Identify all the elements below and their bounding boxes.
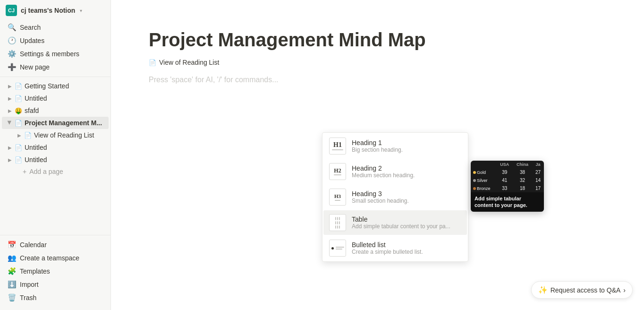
nav-label: Untitled (25, 156, 105, 164)
h3-icon: H3 (329, 189, 346, 206)
sidebar-item-new-page[interactable]: ➕ New page (2, 60, 109, 74)
breadcrumb-text: View of Reading List (159, 59, 219, 66)
bulleted-list-title: Bulleted list (352, 241, 461, 249)
heading3-title: Heading 3 (352, 190, 461, 198)
sidebar-item-project-mgmt[interactable]: ▶ 📄 Project Management M... (2, 117, 109, 129)
heading2-text: Heading 2 Medium section heading. (352, 164, 461, 179)
page-icon: 📄 (14, 94, 23, 103)
sidebar-item-getting-started[interactable]: ▶ 📄 Getting Started (2, 80, 109, 92)
sidebar-item-search[interactable]: 🔍 Search (2, 21, 109, 34)
arrow-icon: ▶ (15, 131, 24, 139)
arrow-icon: ▶ (6, 94, 14, 103)
table-text: Table Add simple tabular content to your… (352, 215, 461, 230)
sidebar-item-templates[interactable]: 🧩 Templates (2, 265, 109, 278)
sidebar-item-import[interactable]: ⬇️ Import (2, 278, 109, 291)
arrow-icon: ▶ (6, 106, 14, 115)
search-icon: 🔍 (8, 23, 16, 32)
request-access-label: Request access to Q&A (551, 286, 621, 294)
new-page-label: New page (20, 63, 50, 71)
dropdown-item-heading3[interactable]: H3 Heading 3 Small section heading. (323, 185, 467, 209)
sidebar-item-create-teamspace[interactable]: 👥 Create a teamspace (2, 251, 109, 265)
updates-icon: 🕐 (8, 36, 16, 45)
sidebar-item-untitled-1[interactable]: ▶ 📄 Untitled (2, 92, 109, 104)
sidebar-item-trash[interactable]: 🗑️ Trash (2, 291, 109, 304)
heading1-title: Heading 1 (352, 139, 461, 146)
workspace-chevron-icon: ▾ (80, 8, 82, 13)
arrow-icon: ▶ (6, 82, 14, 90)
settings-label: Settings & members (20, 50, 79, 58)
import-label: Import (20, 281, 39, 288)
page-title: Project Management Mind Map (149, 28, 606, 51)
add-page-button[interactable]: + Add a page (2, 166, 109, 177)
table-desc: Add simple tabular content to your pa... (352, 223, 461, 230)
nav-label: Project Management M... (25, 119, 105, 127)
workspace-header[interactable]: CJ cj teams's Notion ▾ (0, 0, 110, 21)
plus-icon: + (23, 168, 26, 175)
page-icon: 📄 (24, 131, 32, 139)
sidebar-divider (0, 77, 110, 77)
dropdown-item-heading2[interactable]: H2 Heading 2 Medium section heading. (323, 159, 467, 184)
page-icon: 📄 (14, 119, 23, 127)
page-icon: 📄 (14, 155, 23, 164)
sidebar-item-settings[interactable]: ⚙️ Settings & members (2, 47, 109, 60)
templates-icon: 🧩 (8, 267, 16, 276)
arrow-icon: ▶ (6, 119, 14, 127)
workspace-name: cj teams's Notion (21, 7, 75, 14)
trash-icon: 🗑️ (8, 293, 16, 302)
h1-icon: H1 (329, 138, 346, 155)
heading2-desc: Medium section heading. (352, 172, 461, 179)
create-teamspace-label: Create a teamspace (20, 254, 79, 262)
dropdown-item-heading1[interactable]: H1 Heading 1 Big section heading. (323, 134, 467, 158)
table-icon (329, 214, 346, 231)
nav-label: Untitled (25, 95, 105, 102)
arrow-icon: ▶ (6, 143, 14, 152)
updates-label: Updates (20, 37, 44, 44)
nav-label: Getting Started (25, 82, 105, 90)
page-icon: 📄 (14, 82, 23, 90)
emoji-icon: 🤑 (14, 106, 23, 115)
sidebar-item-untitled-2[interactable]: ▶ 📄 Untitled (2, 141, 109, 154)
request-access-arrow: › (623, 286, 626, 294)
sidebar-item-updates[interactable]: 🕐 Updates (2, 34, 109, 47)
sidebar-bottom-divider (0, 235, 110, 235)
page-icon: 📄 (14, 143, 23, 152)
sidebar: CJ cj teams's Notion ▾ 🔍 Search 🕐 Update… (0, 0, 111, 310)
main-content: Project Management Mind Map 📄 View of Re… (111, 0, 644, 310)
breadcrumb: 📄 View of Reading List (149, 59, 606, 66)
bullet-icon (329, 240, 346, 257)
templates-label: Templates (20, 267, 50, 275)
sidebar-item-untitled-3[interactable]: ▶ 📄 Untitled (2, 154, 109, 166)
arrow-icon: ▶ (6, 155, 14, 164)
add-page-label: Add a page (29, 168, 63, 175)
heading3-desc: Small section heading. (352, 198, 461, 204)
trash-label: Trash (20, 294, 36, 301)
calendar-label: Calendar (20, 241, 47, 249)
request-icon: ✨ (538, 285, 548, 294)
new-page-icon: ➕ (8, 63, 16, 71)
breadcrumb-icon: 📄 (149, 59, 156, 66)
search-label: Search (20, 24, 41, 31)
dropdown-item-table[interactable]: Table Add simple tabular content to your… (323, 210, 467, 235)
heading1-desc: Big section heading. (352, 146, 461, 153)
editor-placeholder[interactable]: Press 'space' for AI, '/' for commands..… (149, 76, 606, 84)
nav-label: View of Reading List (34, 131, 105, 139)
bulleted-list-desc: Create a simple bulleted list. (352, 249, 461, 255)
calendar-icon: 📅 (8, 241, 16, 249)
request-access-button[interactable]: ✨ Request access to Q&A › (531, 281, 633, 299)
bulleted-list-text: Bulleted list Create a simple bulleted l… (352, 241, 461, 255)
nav-label: Untitled (25, 144, 105, 151)
sidebar-item-calendar[interactable]: 📅 Calendar (2, 238, 109, 251)
heading3-text: Heading 3 Small section heading. (352, 190, 461, 204)
sidebar-item-sfafd[interactable]: ▶ 🤑 sfafd (2, 104, 109, 117)
teamspace-icon: 👥 (8, 254, 16, 262)
nav-label: sfafd (25, 107, 105, 114)
heading2-title: Heading 2 (352, 164, 461, 172)
sidebar-item-view-reading-list[interactable]: ▶ 📄 View of Reading List (2, 129, 109, 141)
workspace-icon: CJ (6, 5, 17, 16)
dropdown-menu: H1 Heading 1 Big section heading. H2 Hea… (322, 132, 468, 262)
h2-icon: H2 (329, 163, 346, 180)
table-title: Table (352, 215, 461, 223)
command-dropdown: H1 Heading 1 Big section heading. H2 Hea… (322, 132, 468, 262)
dropdown-item-bulleted-list[interactable]: Bulleted list Create a simple bulleted l… (323, 236, 467, 260)
heading1-text: Heading 1 Big section heading. (352, 139, 461, 153)
